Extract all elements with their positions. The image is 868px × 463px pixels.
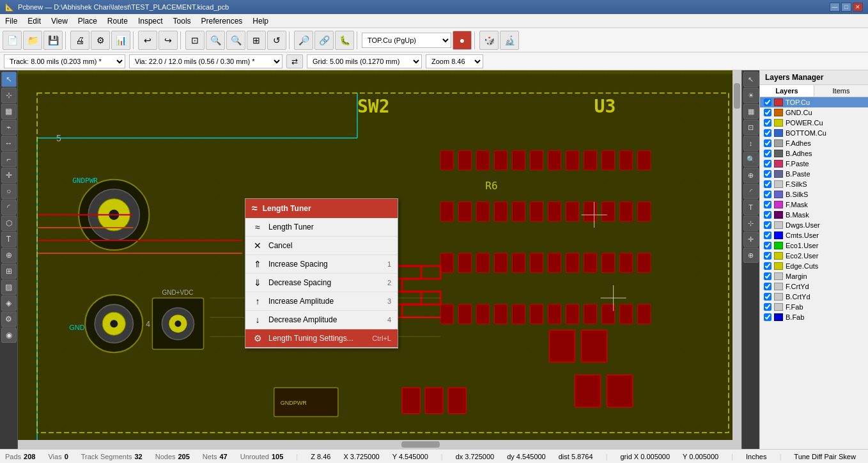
layer-flip-button[interactable]: ⇄ (286, 54, 303, 68)
inspect-tool[interactable]: ⊹ (1, 88, 17, 103)
pcb-canvas[interactable]: GNDPWR 5 SW2 U3 R6 (18, 70, 741, 449)
zoom-in-button[interactable]: 🔍 (206, 31, 225, 50)
pad-tool[interactable]: ▦ (1, 104, 17, 119)
menu-item-edit[interactable]: Edit (22, 14, 46, 27)
polygon-tool[interactable]: ⬡ (1, 216, 17, 231)
layer-item-b-paste[interactable]: B.Paste (760, 169, 868, 179)
menu-item-inspect[interactable]: Inspect (133, 14, 168, 27)
route-track-tool[interactable]: ⌐ (1, 152, 17, 167)
ctx-item-length-tuner[interactable]: ≈Length Tuner (245, 218, 398, 237)
layer-checkbox-6[interactable] (764, 160, 771, 168)
layer-checkbox-3[interactable] (764, 129, 771, 137)
teardrops-tool[interactable]: ◈ (1, 295, 17, 311)
layer-checkbox-18[interactable] (764, 283, 771, 290)
arc-rt-button[interactable]: ◜ (743, 184, 759, 199)
ctx-item-increase-spacing[interactable]: ⇑Increase Spacing1 (245, 255, 398, 274)
layer-item-f-fab[interactable]: F.Fab (760, 302, 868, 312)
ctx-item-decrease-spacing[interactable]: ⇓Decrease Spacing2 (245, 274, 398, 292)
board-setup-left[interactable]: ⚙ (1, 311, 17, 327)
layer-item-margin[interactable]: Margin (760, 271, 868, 281)
minimize-button[interactable]: — (830, 3, 840, 12)
drc-button[interactable]: 🐛 (335, 31, 354, 50)
ctx-item-cancel[interactable]: ✕Cancel (245, 237, 398, 255)
menu-item-tools[interactable]: Tools (168, 14, 196, 27)
arc-tool[interactable]: ◜ (1, 200, 17, 215)
vertical-scroll-thumb[interactable] (734, 83, 740, 109)
grid-selector[interactable]: Grid: 5.00 mils (0.1270 mm) (307, 54, 422, 68)
grid-rt-button[interactable]: ⊹ (743, 216, 759, 231)
ctx-item-length-tuning-settings[interactable]: ⚙Length Tuning Settings...Ctrl+L (245, 329, 398, 348)
menu-item-view[interactable]: View (46, 14, 73, 27)
close-button[interactable]: ✕ (853, 3, 863, 12)
horizontal-scroll-thumb[interactable] (401, 441, 440, 448)
menu-item-help[interactable]: Help (247, 14, 274, 27)
via-size-selector[interactable]: Via: 22.0 / 12.0 mils (0.56 / 0.30 mm) * (129, 54, 283, 68)
layer-checkbox-20[interactable] (764, 303, 771, 311)
undo-button[interactable]: ↩ (138, 31, 157, 50)
zoom-rt-button[interactable]: 🔍 (743, 152, 759, 167)
layer-checkbox-21[interactable] (764, 313, 771, 321)
layer-item-eco1-user[interactable]: Eco1.User (760, 240, 868, 251)
layer-item-cmts-user[interactable]: Cmts.User (760, 230, 868, 240)
text-tool[interactable]: T (1, 231, 17, 247)
zoom-fit-button[interactable]: ⊡ (185, 31, 205, 50)
layer-item-eco2-user[interactable]: Eco2.User (760, 251, 868, 261)
inspector-button[interactable]: 🔬 (500, 31, 519, 50)
netlist2-button[interactable]: 🔗 (314, 31, 334, 50)
tab-layers[interactable]: Layers (760, 85, 814, 97)
layer-checkbox-5[interactable] (764, 150, 771, 157)
track-width-selector[interactable]: Track: 8.00 mils (0.203 mm) * (4, 54, 125, 68)
layer-selector[interactable]: TOP.Cu (PgUp) (362, 33, 451, 48)
layer-item-top-cu[interactable]: TOP.Cu (760, 97, 868, 107)
select-rt-button[interactable]: ↖ (743, 72, 759, 87)
highlight-rt-button[interactable]: ☀ (743, 88, 759, 103)
layer-checkbox-9[interactable] (764, 191, 771, 198)
ratsnest-tool[interactable]: ⌁ (1, 120, 17, 135)
layer-item-f-paste[interactable]: F.Paste (760, 159, 868, 169)
new-button[interactable]: 📄 (3, 31, 22, 50)
zoom-area-button[interactable]: ⊞ (247, 31, 266, 50)
select-tool[interactable]: ↖ (1, 72, 17, 87)
global-rt-button[interactable]: ⊕ (743, 247, 759, 263)
menu-item-route[interactable]: Route (102, 14, 133, 27)
open-button[interactable]: 📁 (23, 31, 42, 50)
layer-checkbox-17[interactable] (764, 272, 771, 280)
layer-item-gnd-cu[interactable]: GND.Cu (760, 107, 868, 118)
ctx-item-decrease-amplitude[interactable]: ↓Decrease Amplitude4 (245, 311, 398, 329)
layer-item-b-mask[interactable]: B.Mask (760, 210, 868, 220)
layer-item-bottom-cu[interactable]: BOTTOM.Cu (760, 128, 868, 138)
maximize-button[interactable]: □ (841, 3, 851, 12)
layer-checkbox-2[interactable] (764, 119, 771, 127)
measure-rt-button[interactable]: ⊕ (743, 168, 759, 183)
menu-item-place[interactable]: Place (73, 14, 102, 27)
layer-checkbox-19[interactable] (764, 293, 771, 301)
layer-item-f-adhes[interactable]: F.Adhes (760, 138, 868, 148)
layer-item-b-fab[interactable]: B.Fab (760, 312, 868, 322)
horizontal-scrollbar[interactable] (18, 440, 741, 449)
flip-rt-button[interactable]: ↕ (743, 136, 759, 151)
layer-item-f-silks[interactable]: F.SilkS (760, 179, 868, 189)
cursor-tool[interactable]: ✛ (1, 168, 17, 183)
save-button[interactable]: 💾 (43, 31, 63, 50)
layer-checkbox-14[interactable] (764, 242, 771, 249)
crosshair-rt-button[interactable]: ✛ (743, 231, 759, 247)
layer-item-f-mask[interactable]: F.Mask (760, 200, 868, 210)
layer-checkbox-1[interactable] (764, 109, 771, 116)
zoom-selector[interactable]: Zoom 8.46 (426, 54, 483, 68)
measure-tool[interactable]: ↔ (1, 136, 17, 151)
layer-item-power-cu[interactable]: POWER.Cu (760, 118, 868, 128)
via-tool[interactable]: ⊕ (1, 247, 17, 263)
text-rt-button[interactable]: T (743, 200, 759, 215)
layer-item-b-crtyd[interactable]: B.CrtYd (760, 292, 868, 302)
layer-checkbox-10[interactable] (764, 201, 771, 208)
layers-rt-button[interactable]: ▦ (743, 104, 759, 119)
tab-items[interactable]: Items (814, 85, 868, 97)
layer-checkbox-13[interactable] (764, 231, 771, 239)
find-button[interactable]: 🔎 (294, 31, 313, 50)
layer-item-b-adhes[interactable]: B.Adhes (760, 148, 868, 159)
layer-checkbox-0[interactable] (764, 98, 771, 106)
menu-item-preferences[interactable]: Preferences (196, 14, 248, 27)
footprint-tool[interactable]: ⊞ (1, 263, 17, 279)
layer-highlight-button[interactable]: ● (453, 31, 472, 50)
board-setup-button[interactable]: ⚙ (91, 31, 110, 50)
